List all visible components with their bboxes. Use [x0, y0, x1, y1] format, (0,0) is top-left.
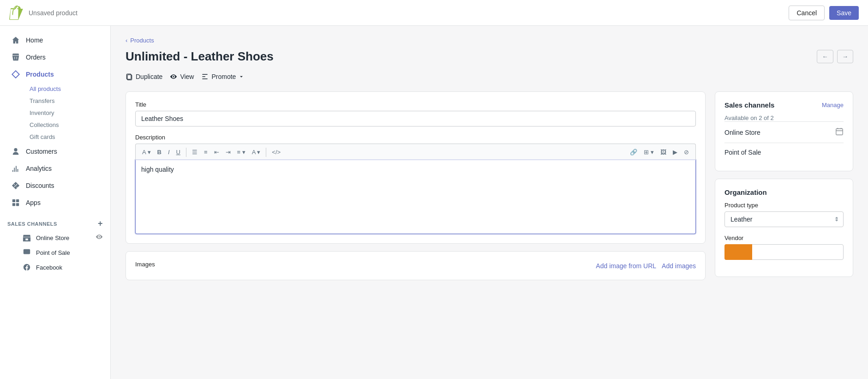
toolbar-indent-dec-btn[interactable]: ⇤ — [211, 147, 222, 157]
sidebar: Home Orders Products All products Transf… — [0, 26, 111, 379]
toolbar-clear-btn[interactable]: ⊘ — [681, 147, 692, 157]
pos-icon — [22, 248, 31, 257]
svg-rect-4 — [24, 249, 30, 254]
toolbar-image-btn[interactable]: 🖼 — [658, 147, 669, 157]
images-label: Images — [135, 261, 155, 268]
page-actions: Duplicate View Promote — [126, 71, 853, 82]
sidebar-channel-facebook-label: Facebook — [36, 264, 62, 271]
product-type-wrapper: Leather — [724, 211, 844, 227]
org-section: Product type Leather Vendor — [724, 202, 844, 260]
add-sales-channel-button[interactable]: + — [98, 219, 103, 229]
online-store-channel-name: Online Store — [724, 129, 760, 136]
toolbar-bold-btn[interactable]: B — [155, 147, 164, 157]
online-store-icon — [22, 233, 31, 242]
sidebar-sub-item-inventory[interactable]: Inventory — [26, 107, 107, 119]
promote-label: Promote — [211, 73, 236, 80]
sidebar-sub-item-all-products[interactable]: All products — [26, 83, 107, 95]
next-product-button[interactable]: → — [837, 50, 853, 63]
facebook-icon — [22, 263, 31, 272]
sidebar-sub-item-collections[interactable]: Collections — [26, 119, 107, 131]
sidebar-item-discounts[interactable]: Discounts — [4, 177, 107, 194]
sidebar-item-customers[interactable]: Customers — [4, 143, 107, 160]
sidebar-channel-pos-label: Point of Sale — [36, 249, 70, 256]
toolbar-underline-btn[interactable]: U — [174, 147, 183, 157]
toolbar-italic-btn[interactable]: I — [165, 147, 173, 157]
prev-product-button[interactable]: ← — [817, 50, 833, 63]
online-store-visibility-icon[interactable] — [96, 233, 103, 242]
toolbar-ul-btn[interactable]: ☰ — [189, 147, 200, 157]
view-label: View — [180, 73, 194, 80]
sidebar-item-analytics[interactable]: Analytics — [4, 160, 107, 177]
toolbar-table-btn[interactable]: ⊞ ▾ — [641, 147, 657, 157]
add-images-link[interactable]: Add images — [662, 262, 696, 270]
sidebar-item-orders[interactable]: Orders — [4, 49, 107, 66]
sales-channels-header: SALES CHANNELS + — [0, 211, 110, 230]
view-button[interactable]: View — [170, 71, 194, 82]
toolbar-align-btn[interactable]: ≡ ▾ — [234, 147, 248, 157]
calendar-icon[interactable] — [835, 127, 844, 137]
sidebar-sub-items: All products Transfers Inventory Collect… — [0, 83, 110, 143]
sidebar-item-home-label: Home — [26, 36, 43, 44]
vendor-label: Vendor — [724, 235, 844, 241]
toolbar-font-btn[interactable]: A ▾ — [139, 147, 154, 157]
duplicate-icon — [126, 73, 133, 80]
top-bar-title: Unsaved product — [29, 9, 78, 17]
svg-rect-7 — [836, 129, 843, 135]
svg-rect-0 — [12, 199, 15, 202]
toolbar-link-btn[interactable]: 🔗 — [627, 147, 640, 157]
toolbar-text-color-btn[interactable]: A ▾ — [249, 147, 263, 157]
product-type-label: Product type — [724, 202, 844, 209]
sidebar-item-apps[interactable]: Apps — [4, 194, 107, 211]
sidebar-channel-point-of-sale[interactable]: Point of Sale — [0, 245, 110, 260]
sidebar-channel-online-store-label: Online Store — [36, 235, 69, 241]
sidebar-channel-online-store[interactable]: Online Store — [0, 230, 110, 245]
svg-rect-1 — [16, 199, 19, 202]
breadcrumb[interactable]: ‹ Products — [126, 37, 853, 44]
sidebar-item-home[interactable]: Home — [4, 32, 107, 48]
svg-rect-3 — [16, 203, 19, 206]
top-bar-actions: Cancel Save — [789, 6, 859, 20]
sidebar-item-products-label: Products — [26, 71, 54, 78]
sidebar-item-products[interactable]: Products — [4, 66, 107, 83]
apps-icon — [11, 198, 20, 207]
breadcrumb-chevron: ‹ — [126, 37, 127, 44]
promote-button[interactable]: Promote — [201, 71, 244, 82]
channels-availability: Available on 2 of 2 — [724, 114, 844, 121]
toolbar-indent-inc-btn[interactable]: ⇥ — [223, 147, 233, 157]
save-button[interactable]: Save — [829, 6, 859, 20]
description-label: Description — [135, 134, 696, 141]
product-details-card: Title Description A ▾ B I U ☰ ≡ — [126, 91, 706, 244]
product-type-select[interactable]: Leather — [724, 211, 844, 227]
sidebar-sub-item-gift-cards[interactable]: Gift cards — [26, 131, 107, 143]
content-grid: Title Description A ▾ B I U ☰ ≡ — [126, 91, 853, 288]
toolbar-video-btn[interactable]: ▶ — [670, 147, 680, 157]
sidebar-sub-item-transfers[interactable]: Transfers — [26, 95, 107, 107]
duplicate-button[interactable]: Duplicate — [126, 71, 162, 82]
promote-icon — [201, 73, 209, 80]
sidebar-item-customers-label: Customers — [26, 148, 57, 155]
sidebar-item-discounts-label: Discounts — [26, 182, 54, 189]
add-image-from-url-link[interactable]: Add image from URL — [596, 262, 656, 270]
shopify-logo-icon — [9, 5, 23, 21]
cancel-button[interactable]: Cancel — [789, 6, 825, 20]
description-editor[interactable]: high quality — [135, 160, 696, 234]
duplicate-label: Duplicate — [136, 73, 162, 80]
breadcrumb-label: Products — [130, 37, 154, 44]
view-icon — [170, 73, 177, 80]
sales-channels-label: SALES CHANNELS — [7, 221, 57, 227]
sidebar-channel-facebook[interactable]: Facebook — [0, 260, 110, 275]
promote-dropdown-icon — [239, 74, 244, 79]
pos-channel-row: Point of Sale — [724, 143, 844, 162]
organization-title: Organization — [724, 188, 767, 196]
toolbar-source-btn[interactable]: </> — [269, 147, 283, 157]
manage-channels-link[interactable]: Manage — [822, 102, 844, 108]
images-card: Images Add image from URL Add images — [126, 251, 706, 280]
customers-icon — [11, 147, 20, 156]
toolbar-sep-1 — [186, 148, 186, 157]
description-content: high quality — [141, 166, 174, 173]
title-input[interactable] — [135, 111, 696, 126]
vendor-input-wrapper — [724, 244, 844, 260]
page-title: Unlimited - Leather Shoes — [126, 49, 274, 64]
toolbar-ol-btn[interactable]: ≡ — [201, 147, 210, 157]
sidebar-item-apps-label: Apps — [26, 199, 41, 206]
